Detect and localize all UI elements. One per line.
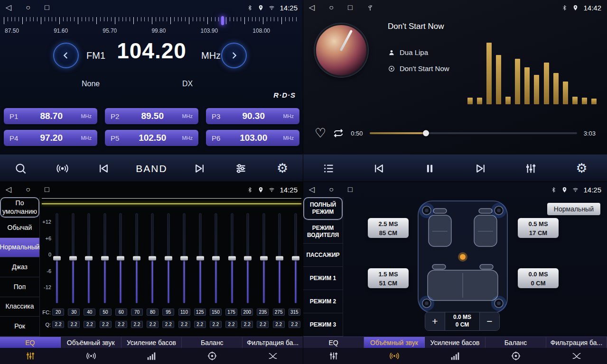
mode-passenger[interactable]: ПАССАЖИР <box>303 244 343 267</box>
eq-band-slider[interactable] <box>68 213 78 303</box>
next-track-button[interactable] <box>471 159 490 179</box>
nav-back-icon[interactable]: ◁ <box>6 186 11 193</box>
surround-tab-icon[interactable] <box>364 348 425 364</box>
tab-bass-boost[interactable]: Усиление басов <box>425 337 486 348</box>
eq-preset-default[interactable]: По умолчанию <box>0 197 39 218</box>
preset-button-p4[interactable]: P4 97.20 MHz <box>4 130 97 146</box>
eq-band-slider[interactable] <box>179 213 189 303</box>
search-button[interactable] <box>11 159 30 179</box>
pause-button[interactable] <box>420 159 439 179</box>
tab-bass-boost[interactable]: Усиление басов <box>121 337 182 348</box>
slider-handle[interactable] <box>149 256 156 261</box>
equalizer-button[interactable] <box>232 159 251 179</box>
eq-band-slider[interactable] <box>243 213 252 303</box>
eq-tab-icon[interactable] <box>303 348 364 364</box>
tab-surround[interactable]: Объёмный звук <box>61 337 121 348</box>
stations-button[interactable] <box>53 159 72 179</box>
eq-band-slider[interactable] <box>196 213 205 303</box>
tab-eq[interactable]: EQ <box>0 337 61 348</box>
previous-track-button[interactable] <box>370 159 389 179</box>
mode-driver[interactable]: РЕЖИМ ВОДИТЕЛЯ <box>303 220 343 244</box>
delay-front-left[interactable]: 2.5 MS 85 CM <box>368 218 409 238</box>
tune-down-button[interactable] <box>53 43 79 68</box>
settings-button[interactable]: ⚙ <box>273 159 292 179</box>
tab-filter[interactable]: Фильтрация ба... <box>546 337 607 348</box>
bass-tab-icon[interactable] <box>121 348 182 364</box>
slider-handle[interactable] <box>212 256 220 261</box>
delay-rear-right[interactable]: 0.0 MS 0 CM <box>518 268 559 288</box>
filter-tab-icon[interactable] <box>546 348 607 364</box>
band-button[interactable]: BAND <box>136 159 167 179</box>
nav-back-icon[interactable]: ◁ <box>309 186 315 193</box>
nav-back-icon[interactable]: ◁ <box>309 4 315 11</box>
prev-station-button[interactable] <box>94 159 113 179</box>
slider-handle[interactable] <box>196 256 204 261</box>
preset-button-p6[interactable]: P6 103.00 MHz <box>206 130 299 146</box>
progress-thumb[interactable] <box>423 130 429 136</box>
nav-recents-icon[interactable]: □ <box>348 186 353 193</box>
eq-band-slider[interactable] <box>100 213 110 303</box>
preset-button-p3[interactable]: P3 90.30 MHz <box>206 108 299 124</box>
eq-preset-custom[interactable]: Обычай <box>0 218 39 238</box>
slider-handle[interactable] <box>101 256 109 261</box>
slider-handle[interactable] <box>276 256 283 261</box>
preset-button-p2[interactable]: P2 89.50 MHz <box>105 108 198 124</box>
eq-band-slider[interactable] <box>84 213 93 303</box>
mode-full[interactable]: ПОЛНЫЙ РЕЖИМ <box>303 197 343 220</box>
mode-2[interactable]: РЕЖИМ 2 <box>303 290 343 313</box>
decrease-delay-button[interactable]: − <box>479 312 499 330</box>
nav-recents-icon[interactable]: □ <box>45 4 49 11</box>
playlist-button[interactable] <box>319 159 338 179</box>
nav-home-icon[interactable]: ○ <box>329 4 334 11</box>
nav-home-icon[interactable]: ○ <box>329 186 334 193</box>
slider-handle[interactable] <box>292 256 299 261</box>
nav-recents-icon[interactable]: □ <box>45 186 49 193</box>
tune-up-button[interactable] <box>221 43 247 68</box>
slider-handle[interactable] <box>133 256 140 261</box>
delay-rear-left[interactable]: 1.5 MS 51 CM <box>368 268 409 288</box>
increase-delay-button[interactable]: + <box>425 312 445 330</box>
eq-band-slider[interactable] <box>52 213 62 303</box>
eq-preset-jazz[interactable]: Джаз <box>0 257 39 277</box>
filter-tab-icon[interactable] <box>243 348 303 364</box>
eq-band-slider[interactable] <box>116 213 125 303</box>
progress-bar[interactable] <box>370 132 577 134</box>
eq-preset-classic[interactable]: Классика <box>0 297 39 317</box>
sound-preset-button[interactable]: Нормальный <box>547 203 600 215</box>
surround-tab-icon[interactable] <box>61 348 121 364</box>
slider-handle[interactable] <box>165 256 172 261</box>
slider-handle[interactable] <box>69 256 77 261</box>
slider-handle[interactable] <box>228 256 236 261</box>
slider-handle[interactable] <box>85 256 93 261</box>
mode-1[interactable]: РЕЖИМ 1 <box>303 267 343 290</box>
eq-band-slider[interactable] <box>164 213 173 303</box>
eq-band-slider[interactable] <box>148 213 157 303</box>
eq-preset-rock[interactable]: Рок <box>0 317 39 337</box>
eq-band-slider[interactable] <box>259 213 269 303</box>
preset-button-p1[interactable]: P1 88.70 MHz <box>4 108 97 124</box>
nav-back-icon[interactable]: ◁ <box>6 4 11 11</box>
bass-tab-icon[interactable] <box>425 348 486 364</box>
favorite-button[interactable]: ♡ <box>315 127 326 140</box>
slider-handle[interactable] <box>260 256 268 261</box>
mixer-button[interactable] <box>522 159 541 179</box>
preset-button-p5[interactable]: P5 102.50 MHz <box>105 130 198 146</box>
eq-band-slider[interactable] <box>275 213 284 303</box>
eq-band-slider[interactable] <box>291 213 300 303</box>
slider-handle[interactable] <box>117 256 124 261</box>
eq-tab-icon[interactable] <box>0 348 61 364</box>
balance-tab-icon[interactable] <box>182 348 243 364</box>
nav-recents-icon[interactable]: □ <box>348 4 353 11</box>
eq-band-slider[interactable] <box>211 213 221 303</box>
eq-band-slider[interactable] <box>132 213 141 303</box>
nav-home-icon[interactable]: ○ <box>26 4 30 11</box>
tab-eq[interactable]: EQ <box>303 337 364 348</box>
tab-balance[interactable]: Баланс <box>486 337 546 348</box>
balance-tab-icon[interactable] <box>486 348 546 364</box>
frequency-scale[interactable]: 87.5091.6095.7099.80103.90108.00 <box>4 17 299 34</box>
tab-surround[interactable]: Объёмный звук <box>364 337 425 348</box>
nav-home-icon[interactable]: ○ <box>26 186 30 193</box>
settings-button[interactable]: ⚙ <box>572 159 591 179</box>
tab-balance[interactable]: Баланс <box>182 337 243 348</box>
eq-preset-pop[interactable]: Поп <box>0 277 39 297</box>
